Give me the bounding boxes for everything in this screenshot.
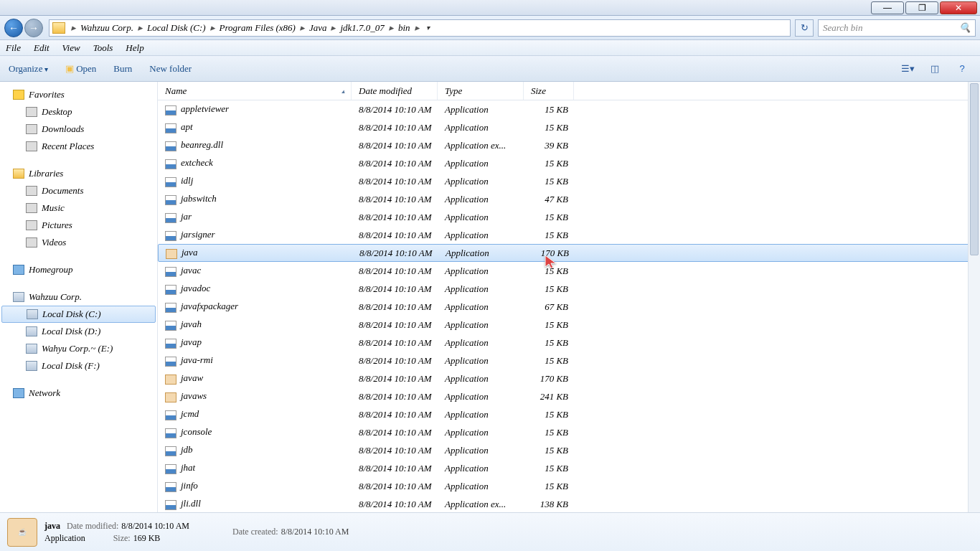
sidebar-item-drive-d[interactable]: Local Disk (D:) bbox=[0, 323, 157, 340]
scrollbar-thumb[interactable] bbox=[970, 83, 979, 255]
file-row[interactable]: idlj8/8/2014 10:10 AMApplication15 KB bbox=[158, 172, 980, 190]
view-options-button[interactable]: ☰▾ bbox=[898, 62, 917, 76]
sidebar-item-music[interactable]: Music bbox=[0, 199, 157, 217]
column-date[interactable]: Date modified bbox=[352, 82, 438, 100]
chevron-right-icon[interactable]: ▸ bbox=[329, 22, 337, 33]
chevron-right-icon[interactable]: ▸ bbox=[70, 22, 77, 33]
file-row[interactable]: jarsigner8/8/2014 10:10 AMApplication15 … bbox=[158, 226, 980, 244]
file-name: jarsigner bbox=[181, 229, 215, 240]
file-icon bbox=[165, 392, 176, 402]
breadcrumb-segment[interactable]: Program Files (x86) bbox=[217, 22, 298, 33]
chevron-right-icon[interactable]: ▸ bbox=[413, 22, 421, 33]
back-button[interactable]: ← bbox=[4, 19, 23, 37]
file-row[interactable]: javafxpackager8/8/2014 10:10 AMApplicati… bbox=[158, 298, 980, 316]
file-date: 8/8/2014 10:10 AM bbox=[352, 481, 438, 492]
file-date: 8/8/2014 10:10 AM bbox=[352, 499, 438, 510]
sidebar-item-pictures[interactable]: Pictures bbox=[0, 217, 157, 234]
file-icon bbox=[165, 285, 176, 295]
menu-file[interactable]: File bbox=[6, 42, 21, 54]
open-button[interactable]: ▣ Open bbox=[65, 63, 96, 75]
minimize-button[interactable]: — bbox=[871, 1, 904, 14]
file-size: 170 KB bbox=[524, 373, 574, 385]
chevron-right-icon[interactable]: ▸ bbox=[387, 22, 395, 33]
sidebar-computer[interactable]: Wahzuu Corp. bbox=[0, 288, 157, 306]
file-row[interactable]: jli.dll8/8/2014 10:10 AMApplication ex..… bbox=[158, 495, 980, 512]
sidebar-item-desktop[interactable]: Desktop bbox=[0, 103, 157, 121]
file-row[interactable]: jdb8/8/2014 10:10 AMApplication15 KB bbox=[158, 441, 980, 459]
refresh-button[interactable]: ↻ bbox=[795, 19, 814, 37]
help-button[interactable]: ? bbox=[953, 62, 971, 76]
file-row[interactable]: java8/8/2014 10:10 AMApplication170 KB bbox=[158, 244, 980, 262]
menu-edit[interactable]: Edit bbox=[34, 42, 50, 54]
file-row[interactable]: java-rmi8/8/2014 10:10 AMApplication15 K… bbox=[158, 352, 980, 369]
menu-view[interactable]: View bbox=[62, 42, 80, 54]
breadcrumb-segment[interactable]: jdk1.7.0_07 bbox=[337, 22, 387, 33]
file-icon bbox=[165, 231, 176, 241]
sidebar-item-drive-e[interactable]: Wahyu Corp.~ (E:) bbox=[0, 340, 157, 357]
file-row[interactable]: javadoc8/8/2014 10:10 AMApplication15 KB bbox=[158, 280, 980, 298]
file-date: 8/8/2014 10:10 AM bbox=[352, 283, 438, 295]
new-folder-button[interactable]: New folder bbox=[149, 63, 192, 75]
file-row[interactable]: appletviewer8/8/2014 10:10 AMApplication… bbox=[158, 100, 980, 118]
breadcrumb-dropdown[interactable]: ▾ bbox=[421, 24, 435, 32]
file-date: 8/8/2014 10:10 AM bbox=[352, 140, 438, 151]
sidebar-item-drive-f[interactable]: Local Disk (F:) bbox=[0, 357, 157, 375]
breadcrumb-segment[interactable]: bin bbox=[395, 22, 413, 33]
column-name[interactable]: Name bbox=[158, 82, 352, 100]
scrollbar[interactable] bbox=[968, 82, 980, 512]
file-name: jconsole bbox=[181, 426, 212, 437]
file-row[interactable]: javap8/8/2014 10:10 AMApplication15 KB bbox=[158, 334, 980, 352]
file-size: 15 KB bbox=[524, 104, 574, 116]
breadcrumb-segment[interactable]: Wahzuu Corp. bbox=[77, 22, 136, 33]
file-type: Application bbox=[438, 122, 524, 133]
sidebar-homegroup[interactable]: Homegroup bbox=[0, 261, 157, 278]
file-row[interactable]: javaws8/8/2014 10:10 AMApplication241 KB bbox=[158, 387, 980, 405]
maximize-button[interactable]: ❐ bbox=[905, 1, 938, 14]
file-row[interactable]: extcheck8/8/2014 10:10 AMApplication15 K… bbox=[158, 154, 980, 172]
file-row[interactable]: javah8/8/2014 10:10 AMApplication15 KB bbox=[158, 316, 980, 334]
breadcrumb-segment[interactable]: Java bbox=[306, 22, 330, 33]
file-row[interactable]: jabswitch8/8/2014 10:10 AMApplication47 … bbox=[158, 190, 980, 208]
file-date: 8/8/2014 10:10 AM bbox=[352, 158, 438, 169]
file-type: Application bbox=[438, 391, 524, 402]
file-list[interactable]: appletviewer8/8/2014 10:10 AMApplication… bbox=[158, 100, 980, 512]
file-size: 47 KB bbox=[524, 194, 574, 205]
file-row[interactable]: jconsole8/8/2014 10:10 AMApplication15 K… bbox=[158, 423, 980, 441]
file-row[interactable]: javaw8/8/2014 10:10 AMApplication170 KB bbox=[158, 369, 980, 387]
preview-pane-button[interactable]: ◫ bbox=[925, 62, 944, 76]
sidebar-favorites[interactable]: Favorites bbox=[0, 86, 157, 103]
file-type: Application bbox=[438, 355, 524, 367]
breadcrumb[interactable]: ▸ Wahzuu Corp.▸Local Disk (C:)▸Program F… bbox=[49, 19, 791, 37]
menu-help[interactable]: Help bbox=[126, 42, 143, 54]
file-row[interactable]: beanreg.dll8/8/2014 10:10 AMApplication … bbox=[158, 136, 980, 154]
forward-button[interactable]: → bbox=[24, 19, 43, 37]
chevron-right-icon[interactable]: ▸ bbox=[136, 22, 144, 33]
file-row[interactable]: jhat8/8/2014 10:10 AMApplication15 KB bbox=[158, 459, 980, 477]
close-button[interactable]: ✕ bbox=[940, 1, 977, 14]
file-row[interactable]: jar8/8/2014 10:10 AMApplication15 KB bbox=[158, 208, 980, 226]
file-row[interactable]: apt8/8/2014 10:10 AMApplication15 KB bbox=[158, 118, 980, 136]
menu-tools[interactable]: Tools bbox=[93, 42, 113, 54]
file-row[interactable]: javac8/8/2014 10:10 AMApplication15 KB bbox=[158, 262, 980, 280]
column-type[interactable]: Type bbox=[438, 82, 524, 100]
sidebar-item-documents[interactable]: Documents bbox=[0, 182, 157, 199]
file-row[interactable]: jcmd8/8/2014 10:10 AMApplication15 KB bbox=[158, 405, 980, 423]
sidebar-item-recent[interactable]: Recent Places bbox=[0, 138, 157, 155]
search-input[interactable]: Search bin 🔍 bbox=[818, 19, 976, 37]
chevron-right-icon[interactable]: ▸ bbox=[298, 22, 306, 33]
breadcrumb-segment[interactable]: Local Disk (C:) bbox=[144, 22, 209, 33]
file-size: 15 KB bbox=[524, 158, 574, 169]
sidebar-network[interactable]: Network bbox=[0, 385, 157, 402]
sidebar-item-videos[interactable]: Videos bbox=[0, 234, 157, 251]
file-row[interactable]: jinfo8/8/2014 10:10 AMApplication15 KB bbox=[158, 477, 980, 495]
burn-button[interactable]: Burn bbox=[113, 63, 132, 75]
chevron-right-icon[interactable]: ▸ bbox=[209, 22, 217, 33]
column-size[interactable]: Size bbox=[524, 82, 574, 100]
sidebar-libraries[interactable]: Libraries bbox=[0, 165, 157, 182]
sidebar-item-downloads[interactable]: Downloads bbox=[0, 121, 157, 138]
sidebar-item-drive-c[interactable]: Local Disk (C:) bbox=[1, 306, 156, 323]
file-size: 15 KB bbox=[524, 463, 574, 474]
file-date: 8/8/2014 10:10 AM bbox=[352, 194, 438, 205]
search-icon: 🔍 bbox=[959, 22, 971, 33]
organize-button[interactable]: Organize bbox=[9, 63, 48, 75]
